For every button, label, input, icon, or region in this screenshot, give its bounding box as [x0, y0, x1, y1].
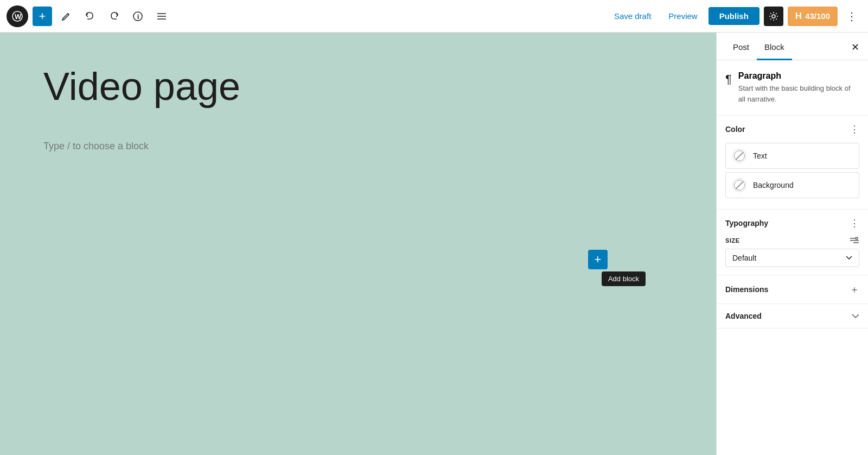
- score-badge[interactable]: H 43/100: [788, 7, 838, 26]
- color-section-title: Color: [725, 125, 745, 134]
- block-placeholder[interactable]: Type / to choose a block: [43, 141, 149, 152]
- svg-point-11: [856, 237, 858, 239]
- list-view-button[interactable]: [152, 7, 171, 26]
- add-block-floating-button[interactable]: +: [588, 250, 608, 269]
- topbar: W + i: [0, 0, 868, 33]
- publish-button[interactable]: Publish: [709, 7, 760, 25]
- dimensions-section-title: Dimensions: [725, 285, 768, 294]
- text-color-option[interactable]: Text: [725, 143, 859, 169]
- block-name: Paragraph: [738, 71, 859, 81]
- redo-button[interactable]: [104, 7, 124, 26]
- text-color-label: Text: [753, 151, 767, 160]
- typography-section: Typography ⋮ SIZE: [717, 210, 868, 275]
- typography-section-options[interactable]: ⋮: [850, 217, 859, 229]
- size-row: SIZE: [725, 237, 859, 244]
- typography-content: SIZE Default Small Medium: [717, 237, 868, 275]
- advanced-section-header[interactable]: Advanced: [717, 304, 868, 328]
- typography-section-title: Typography: [725, 219, 768, 228]
- save-draft-button[interactable]: Save draft: [608, 8, 658, 24]
- sidebar-tabs: Post Block ✕: [717, 33, 868, 60]
- preview-button[interactable]: Preview: [662, 8, 704, 24]
- settings-button[interactable]: [764, 7, 783, 26]
- color-section-options[interactable]: ⋮: [850, 123, 859, 135]
- close-sidebar-button[interactable]: ✕: [851, 33, 859, 60]
- block-description: Start with the basic building block of a…: [738, 83, 859, 104]
- text-color-circle: [732, 149, 746, 163]
- dimensions-section-header[interactable]: Dimensions ＋: [717, 275, 868, 304]
- background-color-circle: [732, 178, 746, 192]
- background-color-option[interactable]: Background: [725, 172, 859, 198]
- background-color-label: Background: [753, 181, 794, 189]
- wordpress-logo[interactable]: W: [7, 5, 28, 27]
- paragraph-icon: ¶: [725, 72, 732, 86]
- edit-tool-button[interactable]: [56, 7, 76, 26]
- topbar-right: Save draft Preview Publish H 43/100 ⋮: [608, 7, 861, 26]
- tab-block[interactable]: Block: [757, 33, 792, 60]
- tab-post[interactable]: Post: [725, 33, 757, 60]
- color-options: Text Background: [717, 143, 868, 209]
- svg-text:i: i: [137, 13, 139, 21]
- no-color-indicator: [734, 150, 745, 161]
- dimensions-section: Dimensions ＋: [717, 275, 868, 304]
- canvas: Video page Type / to choose a block + Ad…: [0, 33, 716, 455]
- no-bg-color-indicator: [734, 180, 745, 191]
- advanced-section-title: Advanced: [725, 312, 762, 320]
- score-h-icon: H: [795, 11, 802, 22]
- size-label: SIZE: [725, 237, 740, 244]
- topbar-left: W + i: [7, 5, 603, 27]
- advanced-section: Advanced: [717, 304, 868, 328]
- block-info: ¶ Paragraph Start with the basic buildin…: [717, 60, 868, 116]
- size-control-button[interactable]: [850, 237, 859, 244]
- page-title: Video page: [43, 65, 240, 108]
- add-block-button[interactable]: +: [33, 7, 52, 26]
- info-button[interactable]: i: [128, 7, 148, 26]
- color-section: Color ⋮ Text Background: [717, 116, 868, 210]
- svg-point-7: [772, 15, 775, 18]
- typography-section-header[interactable]: Typography ⋮: [717, 210, 868, 237]
- advanced-toggle-button[interactable]: [852, 313, 859, 319]
- sidebar: Post Block ✕ ¶ Paragraph Start with the …: [716, 33, 868, 455]
- undo-button[interactable]: [80, 7, 100, 26]
- block-details: Paragraph Start with the basic building …: [738, 71, 859, 104]
- dimensions-toggle-button[interactable]: ＋: [850, 283, 859, 296]
- score-value: 43/100: [805, 11, 830, 21]
- main-area: Video page Type / to choose a block + Ad…: [0, 33, 868, 455]
- more-options-button[interactable]: ⋮: [842, 7, 861, 26]
- size-select[interactable]: Default Small Medium Large Extra Large: [725, 249, 859, 267]
- size-select-wrap: Default Small Medium Large Extra Large: [725, 249, 859, 267]
- add-block-tooltip: Add block: [602, 271, 646, 286]
- color-section-header[interactable]: Color ⋮: [717, 116, 868, 143]
- svg-text:W: W: [15, 12, 22, 21]
